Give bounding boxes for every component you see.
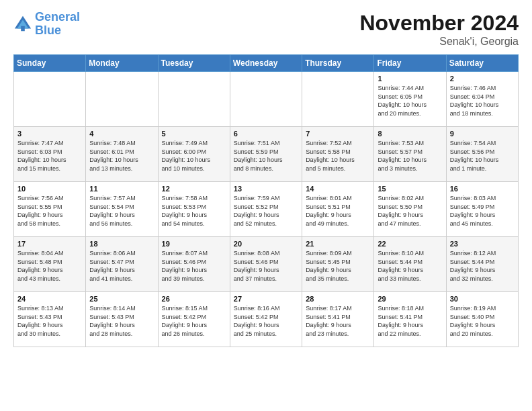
calendar-header-sunday: Sunday	[14, 55, 86, 72]
calendar-header-wednesday: Wednesday	[230, 55, 302, 72]
calendar-cell: 23Sunrise: 8:12 AMSunset: 5:44 PMDayligh…	[446, 237, 518, 292]
calendar-cell: 30Sunrise: 8:19 AMSunset: 5:40 PMDayligh…	[446, 292, 518, 347]
calendar-week-3: 10Sunrise: 7:56 AMSunset: 5:55 PMDayligh…	[14, 182, 519, 237]
day-number: 22	[378, 240, 442, 248]
calendar-cell: 1Sunrise: 7:44 AMSunset: 6:05 PMDaylight…	[374, 72, 446, 127]
logo-blue: Blue	[35, 24, 61, 37]
day-info: Sunrise: 8:03 AMSunset: 5:49 PMDaylight:…	[450, 194, 515, 228]
day-info: Sunrise: 7:58 AMSunset: 5:53 PMDaylight:…	[162, 194, 226, 228]
day-number: 8	[378, 130, 442, 138]
calendar-cell	[302, 72, 374, 127]
calendar-cell: 11Sunrise: 7:57 AMSunset: 5:54 PMDayligh…	[86, 182, 158, 237]
calendar-header-thursday: Thursday	[302, 55, 374, 72]
calendar-cell	[86, 72, 158, 127]
day-number: 17	[17, 240, 82, 248]
day-number: 4	[89, 130, 154, 138]
day-info: Sunrise: 7:57 AMSunset: 5:54 PMDaylight:…	[89, 194, 154, 228]
day-info: Sunrise: 7:48 AMSunset: 6:01 PMDaylight:…	[89, 139, 154, 173]
calendar-cell: 22Sunrise: 8:10 AMSunset: 5:44 PMDayligh…	[374, 237, 446, 292]
day-info: Sunrise: 8:09 AMSunset: 5:45 PMDaylight:…	[306, 249, 370, 283]
day-number: 29	[378, 295, 442, 303]
day-info: Sunrise: 7:56 AMSunset: 5:55 PMDaylight:…	[17, 194, 82, 228]
day-number: 20	[234, 240, 298, 248]
calendar-cell: 17Sunrise: 8:04 AMSunset: 5:48 PMDayligh…	[14, 237, 86, 292]
calendar-cell: 24Sunrise: 8:13 AMSunset: 5:43 PMDayligh…	[14, 292, 86, 347]
calendar-cell: 4Sunrise: 7:48 AMSunset: 6:01 PMDaylight…	[86, 127, 158, 182]
logo: General Blue	[13, 11, 80, 38]
day-number: 7	[306, 130, 370, 138]
day-info: Sunrise: 7:46 AMSunset: 6:04 PMDaylight:…	[450, 84, 515, 118]
day-number: 27	[234, 295, 298, 303]
day-info: Sunrise: 7:52 AMSunset: 5:58 PMDaylight:…	[306, 139, 370, 173]
day-info: Sunrise: 8:16 AMSunset: 5:42 PMDaylight:…	[234, 304, 298, 338]
calendar-cell: 7Sunrise: 7:52 AMSunset: 5:58 PMDaylight…	[302, 127, 374, 182]
day-info: Sunrise: 8:06 AMSunset: 5:47 PMDaylight:…	[89, 249, 154, 283]
day-number: 28	[306, 295, 370, 303]
day-info: Sunrise: 8:14 AMSunset: 5:43 PMDaylight:…	[89, 304, 154, 338]
main-title: November 2024	[359, 11, 519, 36]
day-info: Sunrise: 8:17 AMSunset: 5:41 PMDaylight:…	[306, 304, 370, 338]
day-number: 21	[306, 240, 370, 248]
calendar-cell: 20Sunrise: 8:08 AMSunset: 5:46 PMDayligh…	[230, 237, 302, 292]
day-number: 25	[89, 295, 154, 303]
calendar-cell: 18Sunrise: 8:06 AMSunset: 5:47 PMDayligh…	[86, 237, 158, 292]
page: General Blue November 2024 Senak'i, Geor…	[0, 0, 532, 411]
calendar-cell: 16Sunrise: 8:03 AMSunset: 5:49 PMDayligh…	[446, 182, 518, 237]
calendar-cell: 15Sunrise: 8:02 AMSunset: 5:50 PMDayligh…	[374, 182, 446, 237]
day-info: Sunrise: 7:47 AMSunset: 6:03 PMDaylight:…	[17, 139, 82, 173]
calendar-cell: 19Sunrise: 8:07 AMSunset: 5:46 PMDayligh…	[158, 237, 230, 292]
day-number: 23	[450, 240, 515, 248]
calendar-cell	[158, 72, 230, 127]
day-info: Sunrise: 8:12 AMSunset: 5:44 PMDaylight:…	[450, 249, 515, 283]
day-number: 14	[306, 185, 370, 193]
day-number: 10	[17, 185, 82, 193]
calendar-week-1: 1Sunrise: 7:44 AMSunset: 6:05 PMDaylight…	[14, 72, 519, 127]
day-number: 12	[162, 185, 226, 193]
calendar-week-2: 3Sunrise: 7:47 AMSunset: 6:03 PMDaylight…	[14, 127, 519, 182]
calendar-week-5: 24Sunrise: 8:13 AMSunset: 5:43 PMDayligh…	[14, 292, 519, 347]
day-number: 30	[450, 295, 515, 303]
day-info: Sunrise: 8:02 AMSunset: 5:50 PMDaylight:…	[378, 194, 442, 228]
day-info: Sunrise: 7:54 AMSunset: 5:56 PMDaylight:…	[450, 139, 515, 173]
day-info: Sunrise: 8:15 AMSunset: 5:42 PMDaylight:…	[162, 304, 226, 338]
day-number: 13	[234, 185, 298, 193]
logo-icon	[13, 15, 32, 34]
header: General Blue November 2024 Senak'i, Geor…	[13, 11, 519, 48]
day-info: Sunrise: 8:01 AMSunset: 5:51 PMDaylight:…	[306, 194, 370, 228]
calendar-cell: 14Sunrise: 8:01 AMSunset: 5:51 PMDayligh…	[302, 182, 374, 237]
day-number: 18	[89, 240, 154, 248]
calendar-cell: 25Sunrise: 8:14 AMSunset: 5:43 PMDayligh…	[86, 292, 158, 347]
calendar-cell: 10Sunrise: 7:56 AMSunset: 5:55 PMDayligh…	[14, 182, 86, 237]
day-info: Sunrise: 8:08 AMSunset: 5:46 PMDaylight:…	[234, 249, 298, 283]
calendar-header-tuesday: Tuesday	[158, 55, 230, 72]
day-info: Sunrise: 8:19 AMSunset: 5:40 PMDaylight:…	[450, 304, 515, 338]
day-number: 11	[89, 185, 154, 193]
calendar-cell: 3Sunrise: 7:47 AMSunset: 6:03 PMDaylight…	[14, 127, 86, 182]
day-info: Sunrise: 8:04 AMSunset: 5:48 PMDaylight:…	[17, 249, 82, 283]
svg-rect-2	[21, 26, 25, 31]
calendar-header-friday: Friday	[374, 55, 446, 72]
day-number: 3	[17, 130, 82, 138]
title-block: November 2024 Senak'i, Georgia	[359, 11, 519, 48]
calendar-cell	[14, 72, 86, 127]
day-number: 26	[162, 295, 226, 303]
day-info: Sunrise: 7:44 AMSunset: 6:05 PMDaylight:…	[378, 84, 442, 118]
day-number: 1	[378, 75, 442, 83]
calendar-cell: 6Sunrise: 7:51 AMSunset: 5:59 PMDaylight…	[230, 127, 302, 182]
calendar-cell: 9Sunrise: 7:54 AMSunset: 5:56 PMDaylight…	[446, 127, 518, 182]
calendar-header-monday: Monday	[86, 55, 158, 72]
day-info: Sunrise: 7:53 AMSunset: 5:57 PMDaylight:…	[378, 139, 442, 173]
calendar: SundayMondayTuesdayWednesdayThursdayFrid…	[13, 54, 519, 347]
calendar-cell: 29Sunrise: 8:18 AMSunset: 5:41 PMDayligh…	[374, 292, 446, 347]
day-info: Sunrise: 8:18 AMSunset: 5:41 PMDaylight:…	[378, 304, 442, 338]
calendar-cell	[230, 72, 302, 127]
calendar-cell: 5Sunrise: 7:49 AMSunset: 6:00 PMDaylight…	[158, 127, 230, 182]
day-info: Sunrise: 7:51 AMSunset: 5:59 PMDaylight:…	[234, 139, 298, 173]
day-number: 5	[162, 130, 226, 138]
calendar-cell: 2Sunrise: 7:46 AMSunset: 6:04 PMDaylight…	[446, 72, 518, 127]
day-number: 6	[234, 130, 298, 138]
day-number: 9	[450, 130, 515, 138]
day-number: 15	[378, 185, 442, 193]
day-number: 19	[162, 240, 226, 248]
calendar-cell: 26Sunrise: 8:15 AMSunset: 5:42 PMDayligh…	[158, 292, 230, 347]
